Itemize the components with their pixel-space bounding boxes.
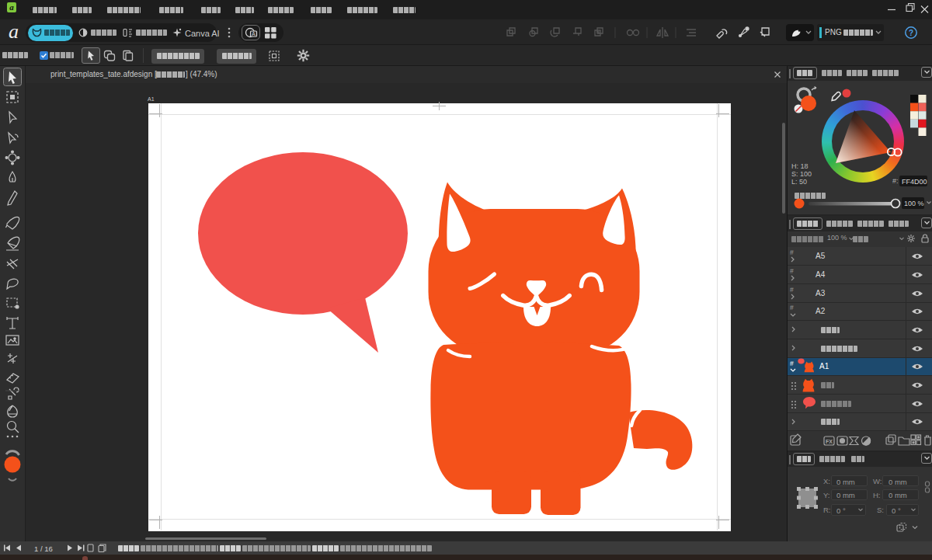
svg-text:FX: FX [826, 439, 833, 444]
svg-text:?: ? [909, 29, 913, 37]
svg-text:A: A [252, 31, 256, 37]
svg-text:#: # [790, 267, 794, 275]
svg-text:#: # [790, 360, 794, 367]
svg-text:#: # [790, 286, 794, 294]
svg-text:#: # [790, 249, 794, 256]
svg-text:#: # [790, 304, 794, 311]
